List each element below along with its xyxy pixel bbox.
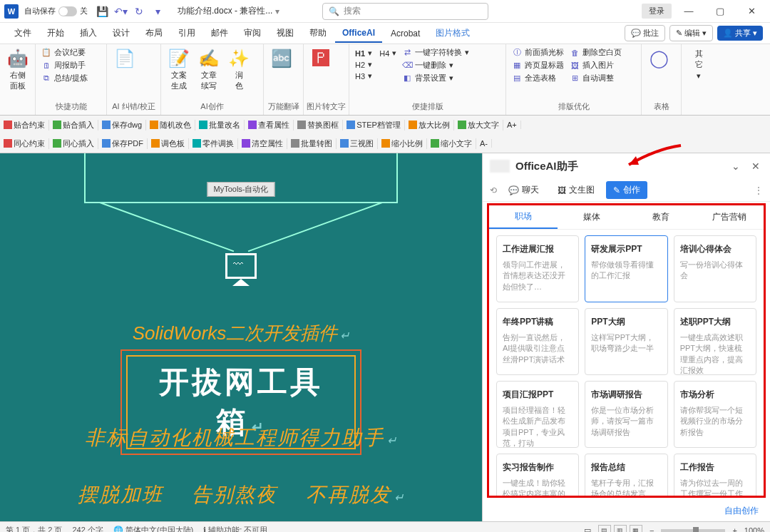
translate-button[interactable]: 🔤: [267, 46, 297, 71]
tab-file[interactable]: 文件: [7, 24, 38, 43]
template-card-7[interactable]: 市场调研报告你是一位市场分析师，请按写一篇市场调研报告: [585, 381, 667, 448]
h1-button[interactable]: H1 ▾ H4 ▾: [355, 48, 396, 58]
tab-view[interactable]: 视图: [270, 24, 301, 43]
ai-proofread-button[interactable]: 📄: [110, 46, 140, 71]
cat-media[interactable]: 媒体: [558, 205, 626, 229]
template-card-6[interactable]: 项目汇报PPT项目经理福音！轻松生成新产品发布项目PPT，专业风范，打动: [496, 381, 579, 448]
word-count[interactable]: 242 个字: [72, 525, 103, 532]
tab-chat[interactable]: 💬聊天: [501, 181, 546, 199]
template-card-4[interactable]: PPT大纲这样写PPT大纲，职场弯路少走一半: [585, 308, 667, 375]
redo-icon[interactable]: ↻: [133, 6, 145, 17]
meeting-notes-button[interactable]: 📋会议纪要: [41, 47, 88, 58]
free-create-button[interactable]: 自由创作: [483, 501, 770, 521]
template-card-9[interactable]: 实习报告制作一键生成！助你轻松搞定内容丰富的实习报告，提升实习: [496, 454, 579, 496]
tab-help[interactable]: 帮助: [302, 24, 334, 43]
qat-dropdown-icon[interactable]: ▾: [152, 6, 163, 17]
tables-button[interactable]: ◯: [645, 46, 673, 71]
comments-button[interactable]: 💬 批注: [625, 25, 665, 41]
template-card-5[interactable]: 述职PPT大纲一键生成高效述职PPT大纲，快速梳理重点内容，提高汇报效: [674, 308, 756, 375]
accessibility-indicator[interactable]: ℹ 辅助功能: 不可用: [203, 525, 267, 532]
restore-button[interactable]: ▢: [706, 1, 734, 21]
tab-picture-format[interactable]: 图片格式: [428, 24, 477, 43]
delete-blank-page-button[interactable]: 🗑删除空白页: [570, 47, 622, 58]
h3-button[interactable]: H3 ▾: [355, 71, 396, 81]
share-button[interactable]: 👤 共享 ▾: [717, 26, 763, 41]
side-panel-button[interactable]: 🤖右侧 面板: [3, 46, 32, 94]
minimize-button[interactable]: —: [674, 1, 703, 21]
chevron-down-icon[interactable]: ▾: [275, 6, 279, 16]
weekly-report-button[interactable]: 🗓周报助手: [41, 60, 88, 71]
pane-refresh-icon[interactable]: ⟲: [490, 185, 497, 195]
select-all-tables-button[interactable]: ▤全选表格: [512, 73, 564, 83]
tab-mail[interactable]: 邮件: [204, 24, 235, 43]
auto-adjust-button[interactable]: ⊞自动调整: [570, 73, 622, 83]
autosave-toggle[interactable]: 自动保存 关: [24, 6, 88, 16]
tab-review[interactable]: 审阅: [237, 24, 268, 43]
cat-workplace[interactable]: 职场: [489, 205, 558, 229]
template-card-3[interactable]: 年终PPT讲稿告别一直说然后，AI提供吸引注意点丝滑PPT演讲话术: [496, 308, 579, 375]
template-card-0[interactable]: 工作进展汇报领导问工作进展，首情想表达还没开始但快了…: [496, 235, 579, 302]
tab-references[interactable]: 引用: [171, 24, 202, 43]
pane-close-button[interactable]: ✕: [749, 160, 763, 172]
template-card-11[interactable]: 工作报告请为你过去一周的工作撰写一份工作报告: [674, 454, 756, 496]
plugin-调色板[interactable]: 调色板: [148, 138, 189, 149]
focus-mode-icon[interactable]: ▭: [584, 526, 591, 532]
search-input[interactable]: 🔍 搜索: [322, 3, 488, 20]
plugin-贴合约束[interactable]: 贴合约束: [0, 120, 49, 131]
one-key-delete-button[interactable]: ⌫一键删除 ▾: [402, 60, 469, 71]
save-icon[interactable]: 💾: [96, 6, 108, 17]
h2-button[interactable]: H2 ▾: [355, 60, 396, 69]
cat-education[interactable]: 教育: [627, 205, 695, 229]
polish-button[interactable]: ✨润 色: [224, 46, 254, 94]
zoom-level[interactable]: 100%: [744, 526, 764, 533]
read-mode-view[interactable]: ▥: [614, 525, 627, 533]
continue-write-button[interactable]: ✍文章 续写: [194, 46, 224, 94]
print-layout-view[interactable]: ▤: [598, 525, 611, 533]
cat-ads[interactable]: 广告营销: [695, 205, 764, 229]
tab-officeai[interactable]: OfficeAI: [335, 24, 382, 43]
template-card-2[interactable]: 培训心得体会写一份培训心得体会: [674, 235, 756, 302]
plugin-保存dwg[interactable]: 保存dwg: [98, 120, 146, 131]
undo-icon[interactable]: ↶▾: [115, 6, 126, 17]
tab-insert[interactable]: 插入: [73, 24, 104, 43]
pane-collapse-button[interactable]: ⌄: [729, 160, 743, 172]
plugin-贴合插入[interactable]: 贴合插入: [49, 120, 98, 131]
tab-text2img[interactable]: 🖼文生图: [550, 181, 602, 199]
char-convert-button[interactable]: ⇄一键字符转换 ▾: [402, 47, 469, 58]
plugin-同心插入[interactable]: 同心插入: [49, 138, 98, 149]
tab-create[interactable]: ✎创作: [606, 181, 647, 199]
zoom-slider[interactable]: [661, 529, 725, 532]
plugin-批量转图[interactable]: 批量转图: [287, 138, 337, 149]
plugin-缩小文字[interactable]: 缩小文字: [427, 138, 476, 149]
tab-home[interactable]: 开始: [40, 24, 71, 43]
tab-acrobat[interactable]: Acrobat: [384, 25, 427, 42]
zoom-in-button[interactable]: +: [732, 526, 736, 533]
font-increase[interactable]: A+: [503, 121, 521, 129]
plugin-放大文字[interactable]: 放大文字: [454, 120, 503, 131]
plugin-STEP档管理[interactable]: STEP档管理: [343, 120, 405, 131]
plugin-清空属性[interactable]: 清空属性: [238, 138, 287, 149]
plugin-随机改色[interactable]: 随机改色: [146, 120, 195, 131]
plugin-同心约束[interactable]: 同心约束: [0, 138, 49, 149]
font-decrease[interactable]: A-: [476, 139, 492, 148]
plugin-查看属性[interactable]: 查看属性: [245, 120, 294, 131]
plugin-缩小比例[interactable]: 缩小比例: [378, 138, 427, 149]
login-button[interactable]: 登录: [642, 4, 672, 19]
cross-page-title-button[interactable]: ▦跨页显标题: [512, 60, 564, 71]
plugin-三视图[interactable]: 三视图: [337, 138, 378, 149]
web-layout-view[interactable]: ▦: [630, 525, 642, 533]
pane-more-icon[interactable]: ⋮: [754, 185, 763, 195]
plugin-零件调换[interactable]: 零件调换: [189, 138, 238, 149]
plugin-放大比例[interactable]: 放大比例: [405, 120, 454, 131]
zoom-out-button[interactable]: −: [650, 526, 654, 533]
template-card-1[interactable]: 研发展示PPT帮你做领导看得懂的工作汇报: [585, 235, 667, 302]
tab-design[interactable]: 设计: [106, 24, 137, 43]
bg-settings-button[interactable]: ◧背景设置 ▾: [402, 73, 469, 83]
page-indicator[interactable]: 第 1 页，共 2 页: [6, 525, 62, 532]
insert-cursor-button[interactable]: Ⓘ前面插光标: [512, 47, 564, 58]
plugin-替换图框[interactable]: 替换图框: [294, 120, 343, 131]
other-button[interactable]: 其 它▾: [684, 46, 713, 83]
summarize-button[interactable]: ⧉总结/提炼: [41, 73, 88, 83]
tab-layout[interactable]: 布局: [138, 24, 170, 43]
insert-image-button[interactable]: 🖼插入图片: [570, 60, 622, 71]
